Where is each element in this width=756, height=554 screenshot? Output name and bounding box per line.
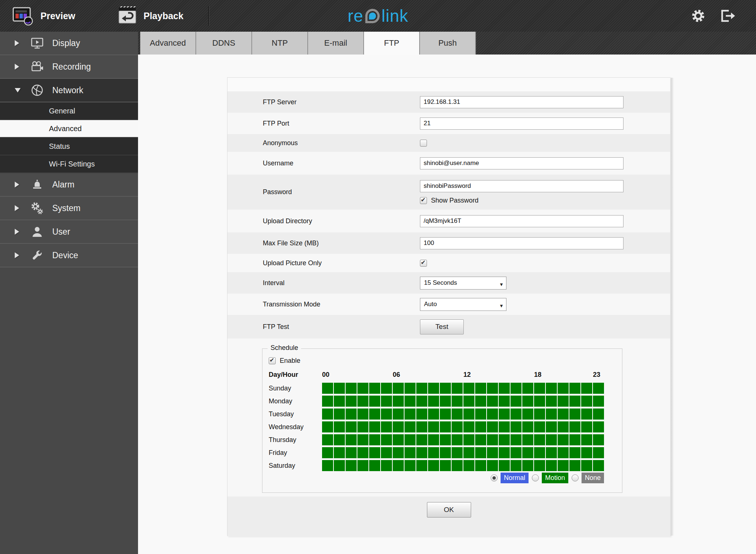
schedule-cell[interactable] [522, 421, 533, 432]
sidebar-item-alarm[interactable]: Alarm [0, 173, 138, 197]
schedule-cell[interactable] [463, 447, 474, 458]
logout-button[interactable] [719, 0, 736, 32]
schedule-cell[interactable] [393, 421, 404, 432]
schedule-cell[interactable] [322, 447, 333, 458]
schedule-cell[interactable] [475, 434, 486, 445]
schedule-cell[interactable] [569, 447, 580, 458]
schedule-cell[interactable] [534, 396, 545, 407]
schedule-cell[interactable] [581, 460, 592, 471]
schedule-cell[interactable] [357, 409, 368, 420]
schedule-cell[interactable] [381, 396, 392, 407]
schedule-cell[interactable] [534, 383, 545, 394]
schedule-cell[interactable] [522, 460, 533, 471]
settings-gear-button[interactable] [690, 0, 706, 32]
tab-ftp[interactable]: FTP [364, 32, 420, 55]
schedule-cell[interactable] [558, 421, 569, 432]
username-input[interactable] [420, 157, 623, 169]
schedule-cell[interactable] [558, 396, 569, 407]
schedule-cell[interactable] [463, 434, 474, 445]
schedule-cell[interactable] [428, 396, 439, 407]
schedule-cell[interactable] [452, 383, 463, 394]
schedule-cell[interactable] [440, 396, 451, 407]
schedule-cell[interactable] [440, 447, 451, 458]
schedule-cell[interactable] [346, 396, 357, 407]
schedule-cell[interactable] [569, 421, 580, 432]
password-input[interactable] [420, 180, 623, 192]
schedule-cell[interactable] [369, 421, 380, 432]
schedule-cell[interactable] [511, 396, 522, 407]
schedule-cell[interactable] [475, 421, 486, 432]
schedule-cell[interactable] [322, 396, 333, 407]
schedule-cell[interactable] [416, 396, 427, 407]
schedule-cell[interactable] [499, 383, 510, 394]
schedule-cell[interactable] [428, 421, 439, 432]
schedule-cell[interactable] [440, 409, 451, 420]
schedule-cell[interactable] [581, 383, 592, 394]
schedule-cell[interactable] [357, 447, 368, 458]
schedule-cell[interactable] [405, 383, 416, 394]
schedule-cell[interactable] [593, 396, 604, 407]
schedule-cell[interactable] [569, 434, 580, 445]
schedule-cell[interactable] [369, 396, 380, 407]
schedule-cell[interactable] [322, 421, 333, 432]
schedule-cell[interactable] [546, 434, 557, 445]
tab-advanced[interactable]: Advanced [140, 32, 196, 55]
schedule-cell[interactable] [522, 447, 533, 458]
schedule-cell[interactable] [593, 383, 604, 394]
schedule-cell[interactable] [487, 460, 498, 471]
schedule-cell[interactable] [534, 409, 545, 420]
schedule-cell[interactable] [452, 409, 463, 420]
schedule-cell[interactable] [416, 460, 427, 471]
ftp-port-input[interactable] [420, 118, 623, 130]
schedule-cell[interactable] [346, 447, 357, 458]
schedule-cell[interactable] [452, 460, 463, 471]
upload-directory-input[interactable] [420, 215, 623, 227]
schedule-cell[interactable] [381, 460, 392, 471]
schedule-cell[interactable] [511, 421, 522, 432]
transmission-mode-select[interactable]: Auto [420, 298, 506, 311]
schedule-cell[interactable] [569, 409, 580, 420]
interval-select[interactable]: 15 Seconds [420, 277, 506, 290]
schedule-cell[interactable] [334, 396, 345, 407]
schedule-cell[interactable] [546, 447, 557, 458]
schedule-cell[interactable] [452, 421, 463, 432]
schedule-cell[interactable] [452, 434, 463, 445]
schedule-cell[interactable] [593, 460, 604, 471]
schedule-cell[interactable] [487, 421, 498, 432]
schedule-cell[interactable] [546, 460, 557, 471]
schedule-cell[interactable] [499, 396, 510, 407]
sidebar-item-network[interactable]: Network [0, 79, 138, 102]
schedule-cell[interactable] [569, 460, 580, 471]
schedule-cell[interactable] [440, 421, 451, 432]
schedule-cell[interactable] [334, 409, 345, 420]
schedule-cell[interactable] [440, 434, 451, 445]
schedule-cell[interactable] [346, 434, 357, 445]
max-file-size-input[interactable] [420, 237, 623, 249]
schedule-cell[interactable] [346, 383, 357, 394]
schedule-cell[interactable] [463, 396, 474, 407]
schedule-cell[interactable] [357, 460, 368, 471]
schedule-cell[interactable] [475, 396, 486, 407]
schedule-cell[interactable] [405, 396, 416, 407]
mode-motion-option[interactable]: Motion [532, 473, 568, 483]
schedule-cell[interactable] [593, 447, 604, 458]
ftp-test-button[interactable]: Test [420, 319, 464, 334]
schedule-cell[interactable] [463, 460, 474, 471]
schedule-cell[interactable] [463, 409, 474, 420]
schedule-cell[interactable] [558, 409, 569, 420]
schedule-cell[interactable] [463, 421, 474, 432]
schedule-cell[interactable] [440, 383, 451, 394]
schedule-cell[interactable] [499, 447, 510, 458]
schedule-cell[interactable] [569, 383, 580, 394]
schedule-cell[interactable] [534, 434, 545, 445]
sidebar-subitem-general[interactable]: General [0, 102, 138, 120]
schedule-cell[interactable] [334, 460, 345, 471]
schedule-cell[interactable] [334, 421, 345, 432]
schedule-cell[interactable] [381, 434, 392, 445]
tab-ddns[interactable]: DDNS [196, 32, 252, 55]
schedule-cell[interactable] [393, 409, 404, 420]
schedule-cell[interactable] [428, 434, 439, 445]
schedule-cell[interactable] [534, 460, 545, 471]
sidebar-item-device[interactable]: Device [0, 244, 138, 267]
tab-email[interactable]: E-mail [308, 32, 364, 55]
